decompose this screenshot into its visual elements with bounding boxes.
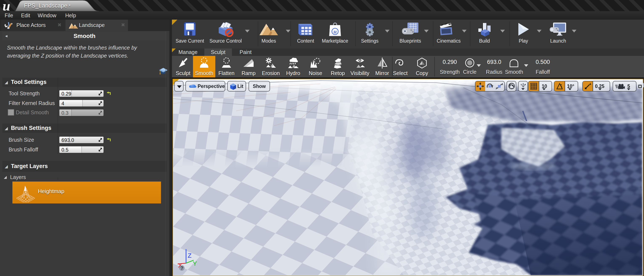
svg-text:Y: Y <box>193 260 197 267</box>
svg-text:u: u <box>334 29 336 35</box>
svg-text:u: u <box>2 1 10 11</box>
svg-text:?: ? <box>180 265 184 271</box>
svg-text:Z: Z <box>188 252 192 259</box>
